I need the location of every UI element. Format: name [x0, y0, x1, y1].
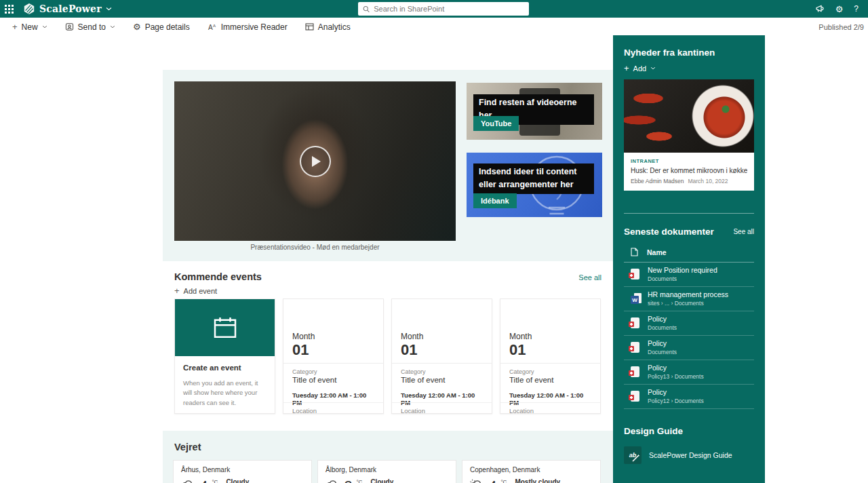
- feedback-megaphone-icon[interactable]: [815, 5, 825, 13]
- send-to-button[interactable]: Send to: [65, 22, 115, 32]
- document-list-item[interactable]: W HR management process sites › ... › Do…: [624, 287, 754, 311]
- svg-text:A: A: [208, 24, 213, 31]
- idea-promo-tile[interactable]: Indsend ideer til content eller arrangem…: [467, 153, 602, 217]
- plus-icon: +: [624, 64, 629, 73]
- event-day: 01: [500, 341, 600, 358]
- scalepower-logo-icon: [23, 3, 35, 15]
- event-title: Title of event: [500, 375, 600, 384]
- analytics-button[interactable]: Analytics: [305, 22, 351, 32]
- sharepoint-page: ScalePower ⚙ ? + New Send to: [0, 0, 868, 483]
- chevron-down-icon: [106, 7, 112, 11]
- event-title: Title of event: [392, 375, 492, 384]
- document-icon: [631, 248, 638, 256]
- youtube-button[interactable]: YouTube: [473, 116, 519, 131]
- event-category: Category: [500, 364, 600, 375]
- weather-cards-row: Århus, Denmark 4 °C Cloudy 51° / 28° · 0…: [173, 460, 601, 483]
- weather-city: Ålborg, Denmark: [326, 466, 448, 474]
- file-icon: [631, 366, 639, 377]
- app-launcher-button[interactable]: [0, 0, 18, 18]
- event-day: 01: [392, 341, 492, 358]
- suite-header-actions: ⚙ ?: [815, 4, 859, 14]
- news-author: Ebbe Admin Madsen: [631, 178, 684, 185]
- event-location: Location: [283, 406, 383, 414]
- news-byline: Ebbe Admin Madsen March 10, 2022: [631, 178, 747, 185]
- event-category: Category: [392, 364, 492, 375]
- event-cards-row: Create an event When you add an event, i…: [174, 298, 601, 414]
- play-button[interactable]: [300, 146, 331, 177]
- create-event-card[interactable]: Create an event When you add an event, i…: [174, 298, 275, 414]
- documents-header-row: Name: [624, 248, 754, 256]
- send-to-label: Send to: [78, 22, 106, 32]
- news-add-button[interactable]: + Add: [624, 64, 754, 73]
- chevron-down-icon: [110, 25, 115, 28]
- event-placeholder-card[interactable]: Month 01 Category Title of event Tuesday…: [283, 298, 384, 414]
- design-guide-link[interactable]: ab ScalePower Design Guide: [624, 446, 754, 464]
- immersive-reader-button[interactable]: AA Immersive Reader: [208, 22, 288, 32]
- weather-section-title: Vejret: [174, 442, 201, 452]
- documents-see-all-link[interactable]: See all: [733, 228, 754, 235]
- document-list-item[interactable]: Policy Policy13 › Documents: [624, 360, 754, 385]
- waffle-icon: [5, 5, 14, 14]
- send-to-icon: [65, 22, 74, 31]
- create-event-title: Create an event: [183, 364, 267, 372]
- document-name: Policy: [648, 388, 704, 396]
- document-list-item[interactable]: Policy Documents: [624, 311, 754, 336]
- search-box[interactable]: [358, 2, 529, 16]
- svg-text:A: A: [213, 24, 216, 28]
- event-placeholder-card[interactable]: Month 01 Category Title of event Tuesday…: [391, 298, 492, 414]
- settings-gear-icon[interactable]: ⚙: [835, 4, 844, 14]
- documents-name-header: Name: [647, 248, 667, 256]
- published-status: Published 2/9: [818, 18, 864, 36]
- file-icon: [631, 391, 639, 402]
- idebank-button[interactable]: Idébank: [473, 193, 517, 208]
- plus-icon: +: [12, 22, 18, 31]
- videos-promo-tile[interactable]: Find resten af videoerne her YouTube: [467, 83, 602, 140]
- event-month: Month: [392, 332, 492, 341]
- document-name: New Position required: [648, 266, 717, 274]
- weather-unit: °C: [356, 479, 362, 483]
- document-path: sites › ... › Documents: [648, 300, 728, 307]
- analytics-label: Analytics: [318, 22, 351, 32]
- hero-section: Præsentationsvideo - Mød en medarbejder …: [163, 70, 613, 261]
- immersive-reader-label: Immersive Reader: [221, 22, 288, 32]
- news-site-tag: INTRANET: [631, 158, 747, 164]
- document-list-item[interactable]: Policy Policy12 › Documents: [624, 385, 754, 409]
- weather-unit: °C: [500, 479, 507, 483]
- weather-card[interactable]: Ålborg, Denmark 3 °C Cloudy 51° / 28° · …: [317, 460, 456, 483]
- event-placeholder-card[interactable]: Month 01 Category Title of event Tuesday…: [500, 298, 601, 414]
- events-see-all-link[interactable]: See all: [578, 273, 601, 282]
- weather-temp: 4: [200, 478, 208, 483]
- help-icon[interactable]: ?: [854, 4, 859, 14]
- weather-section: Vejret Århus, Denmark 4 °C Cloudy 51° / …: [163, 431, 613, 483]
- plus-icon: +: [174, 286, 180, 295]
- document-name: HR management process: [648, 290, 728, 298]
- event-month: Month: [283, 332, 383, 341]
- immersive-reader-icon: AA: [208, 23, 217, 31]
- weather-card[interactable]: Århus, Denmark 4 °C Cloudy 51° / 28° · 0…: [173, 460, 312, 483]
- page-details-label: Page details: [145, 22, 190, 32]
- page-details-button[interactable]: ⚙ Page details: [133, 22, 190, 32]
- chevron-down-icon: [42, 25, 47, 28]
- news-article-image[interactable]: [624, 79, 754, 153]
- presentation-video[interactable]: [174, 81, 456, 241]
- document-list-item[interactable]: New Position required Documents: [624, 263, 754, 287]
- news-section-title: Nyheder fra kantinen: [624, 47, 754, 58]
- cloudy-icon: [326, 478, 340, 483]
- weather-card[interactable]: Copenhagen, Denmark 4 °C Mostly cloudy 5…: [462, 460, 601, 483]
- document-list-item[interactable]: Policy Documents: [624, 336, 754, 360]
- file-icon: [631, 269, 639, 279]
- site-title: ScalePower: [39, 3, 102, 14]
- word-file-icon: W: [631, 293, 642, 304]
- new-button[interactable]: + New: [12, 22, 47, 32]
- weather-city: Århus, Denmark: [181, 466, 304, 474]
- weather-condition: Cloudy: [370, 478, 448, 483]
- document-path: Documents: [648, 349, 677, 355]
- news-add-label: Add: [633, 64, 647, 73]
- document-name: Policy: [648, 315, 677, 323]
- site-logo[interactable]: ScalePower: [23, 3, 112, 15]
- design-guide-label: ScalePower Design Guide: [649, 451, 732, 459]
- document-name: Policy: [648, 364, 704, 372]
- search-input[interactable]: [374, 5, 524, 13]
- news-article-card[interactable]: INTRANET Husk: Der er kommet mikroovn i …: [624, 153, 754, 191]
- add-event-button[interactable]: + Add event: [174, 286, 217, 295]
